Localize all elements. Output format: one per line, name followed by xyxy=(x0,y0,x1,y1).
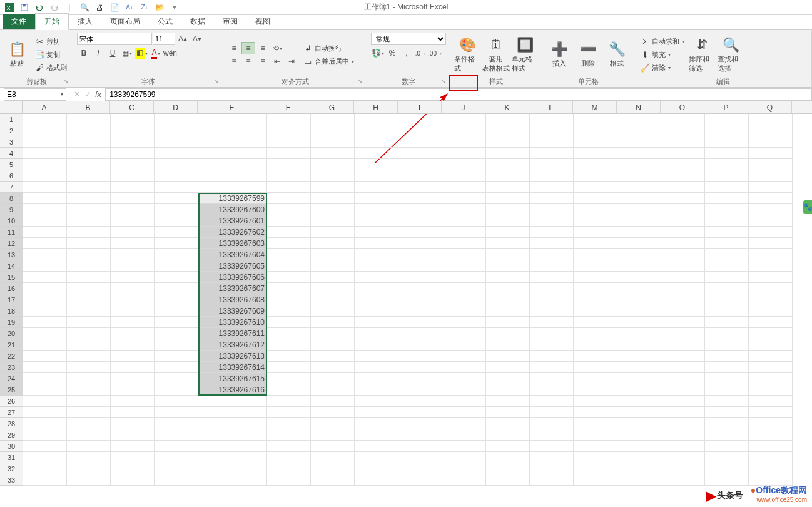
cell-I27[interactable] xyxy=(398,407,442,418)
cell-N32[interactable] xyxy=(617,463,661,474)
cell-E6[interactable] xyxy=(198,170,267,182)
row-header-3[interactable]: 3 xyxy=(0,136,23,148)
cell-K22[interactable] xyxy=(486,351,530,362)
cell-B21[interactable] xyxy=(67,339,111,351)
save-icon[interactable] xyxy=(18,1,31,14)
col-header-F[interactable]: F xyxy=(266,101,310,113)
cell-P7[interactable] xyxy=(705,182,749,193)
cell-O14[interactable] xyxy=(661,260,705,272)
cancel-formula-icon[interactable]: ✕ xyxy=(74,90,81,99)
cell-A7[interactable] xyxy=(23,182,67,193)
cell-G32[interactable] xyxy=(311,463,355,474)
increase-decimal-icon[interactable]: .0→ xyxy=(414,47,428,59)
tab-view[interactable]: 视图 xyxy=(246,14,279,29)
tab-data[interactable]: 数据 xyxy=(181,14,214,29)
cell-J6[interactable] xyxy=(442,170,486,182)
cell-C31[interactable] xyxy=(111,452,155,463)
cell-N21[interactable] xyxy=(617,339,661,351)
cell-P11[interactable] xyxy=(705,227,749,238)
cell-P2[interactable] xyxy=(705,125,749,136)
cell-J24[interactable] xyxy=(442,373,486,384)
border-button[interactable]: ▦▾ xyxy=(120,47,134,59)
cell-C33[interactable] xyxy=(111,474,155,486)
cell-P31[interactable] xyxy=(705,452,749,463)
cell-O21[interactable] xyxy=(661,339,705,351)
row-header-23[interactable]: 23 xyxy=(0,362,23,373)
cell-B9[interactable] xyxy=(67,204,111,215)
cell-L26[interactable] xyxy=(530,396,574,407)
cell-E23[interactable]: 13339267614 xyxy=(198,362,267,373)
cell-Q25[interactable] xyxy=(749,384,793,396)
cell-H32[interactable] xyxy=(355,463,398,474)
cells-area[interactable]: 1333926759913339267600133392676011333926… xyxy=(23,114,793,486)
cell-C13[interactable] xyxy=(111,249,155,260)
cell-O28[interactable] xyxy=(661,418,705,429)
cell-M23[interactable] xyxy=(574,362,617,373)
cell-N33[interactable] xyxy=(617,474,661,486)
cell-A14[interactable] xyxy=(23,260,67,272)
cell-C4[interactable] xyxy=(111,148,155,159)
cell-E32[interactable] xyxy=(198,463,267,474)
cell-B19[interactable] xyxy=(67,317,111,328)
cell-F13[interactable] xyxy=(267,249,311,260)
cell-K13[interactable] xyxy=(486,249,530,260)
cell-E21[interactable]: 13339267612 xyxy=(198,339,267,351)
cell-J28[interactable] xyxy=(442,418,486,429)
name-box[interactable]: E8▾ xyxy=(4,88,66,101)
cell-G29[interactable] xyxy=(311,429,355,441)
cell-B11[interactable] xyxy=(67,227,111,238)
cell-L5[interactable] xyxy=(530,159,574,170)
cell-H17[interactable] xyxy=(355,294,398,305)
cell-D12[interactable] xyxy=(155,238,198,249)
cell-O10[interactable] xyxy=(661,215,705,227)
cell-I32[interactable] xyxy=(398,463,442,474)
cell-H6[interactable] xyxy=(355,170,398,182)
cell-G18[interactable] xyxy=(311,305,355,317)
cell-L23[interactable] xyxy=(530,362,574,373)
cell-B17[interactable] xyxy=(67,294,111,305)
spreadsheet-grid[interactable]: ABCDEFGHIJKLMNOPQ 1234567891011121314151… xyxy=(0,101,812,486)
cell-G17[interactable] xyxy=(311,294,355,305)
cell-M11[interactable] xyxy=(574,227,617,238)
cell-G26[interactable] xyxy=(311,396,355,407)
row-header-4[interactable]: 4 xyxy=(0,148,23,159)
cell-J8[interactable] xyxy=(442,193,486,204)
cell-F15[interactable] xyxy=(267,272,311,283)
cell-C6[interactable] xyxy=(111,170,155,182)
cell-C11[interactable] xyxy=(111,227,155,238)
cell-C3[interactable] xyxy=(111,136,155,148)
cell-Q7[interactable] xyxy=(749,182,793,193)
row-header-25[interactable]: 25 xyxy=(0,384,23,396)
cell-M15[interactable] xyxy=(574,272,617,283)
cell-A1[interactable] xyxy=(23,114,67,125)
paste-button[interactable]: 📋 粘贴 xyxy=(4,33,30,77)
cell-H27[interactable] xyxy=(355,407,398,418)
cell-N20[interactable] xyxy=(617,328,661,339)
cell-I17[interactable] xyxy=(398,294,442,305)
cell-L1[interactable] xyxy=(530,114,574,125)
cell-J11[interactable] xyxy=(442,227,486,238)
cell-H2[interactable] xyxy=(355,125,398,136)
cell-I5[interactable] xyxy=(398,159,442,170)
cell-B29[interactable] xyxy=(67,429,111,441)
cell-A21[interactable] xyxy=(23,339,67,351)
cell-L19[interactable] xyxy=(530,317,574,328)
cell-F31[interactable] xyxy=(267,452,311,463)
cell-N16[interactable] xyxy=(617,283,661,294)
cell-H24[interactable] xyxy=(355,373,398,384)
cell-P22[interactable] xyxy=(705,351,749,362)
cell-M25[interactable] xyxy=(574,384,617,396)
cell-C20[interactable] xyxy=(111,328,155,339)
cell-P30[interactable] xyxy=(705,441,749,452)
cell-G12[interactable] xyxy=(311,238,355,249)
cell-P13[interactable] xyxy=(705,249,749,260)
cell-D3[interactable] xyxy=(155,136,198,148)
cell-D8[interactable] xyxy=(155,193,198,204)
cell-M30[interactable] xyxy=(574,441,617,452)
clipboard-launcher[interactable]: ↘ xyxy=(64,78,71,86)
cell-L7[interactable] xyxy=(530,182,574,193)
row-header-27[interactable]: 27 xyxy=(0,407,23,418)
cell-O17[interactable] xyxy=(661,294,705,305)
cell-K23[interactable] xyxy=(486,362,530,373)
cell-O26[interactable] xyxy=(661,396,705,407)
